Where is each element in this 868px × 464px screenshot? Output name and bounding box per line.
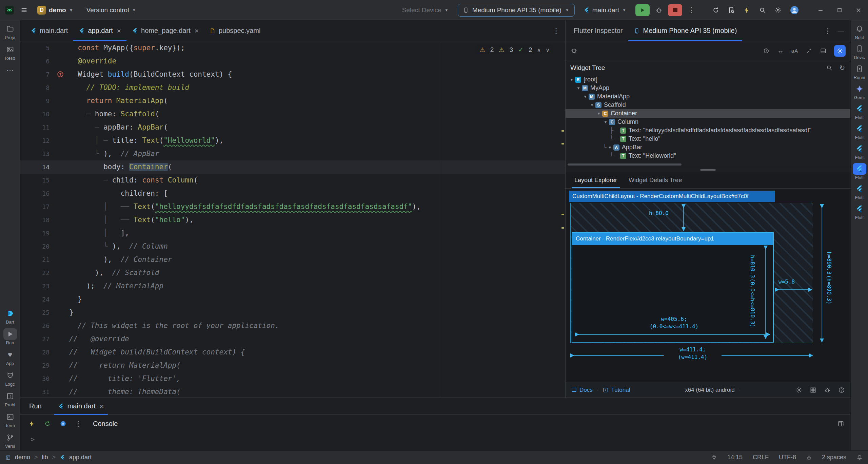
close-icon[interactable] <box>855 7 862 14</box>
tree-node-text[interactable]: ├ TText: "helloyydsfsdfafsdfdfadsfadsfda… <box>566 126 850 135</box>
code-line-22[interactable]: 22 ), // Scaffold <box>20 266 565 279</box>
refresh-timer-icon[interactable] <box>763 47 770 54</box>
breadcrumb-project[interactable]: demo <box>15 454 30 461</box>
tool-window-devic[interactable]: Devic <box>853 43 866 60</box>
tool-window-term[interactable]: Term <box>3 411 17 428</box>
code-line-27[interactable]: 27// @override <box>20 332 565 346</box>
tool-window-flutt[interactable]: Flutt <box>853 123 866 140</box>
tool-window-probl[interactable]: Probl <box>3 390 17 407</box>
panel-splitter[interactable] <box>566 167 850 172</box>
tab-options-icon[interactable]: ⋮ <box>552 27 560 35</box>
close-icon[interactable]: × <box>117 27 121 35</box>
tree-node-myapp[interactable]: ▾MMyApp <box>566 84 850 92</box>
run-tab-main-dart[interactable]: main.dart × <box>54 398 108 414</box>
code-line-28[interactable]: 28// Widget build(BuildContext context) … <box>20 346 565 359</box>
file-encoding[interactable]: UTF-8 <box>779 454 796 461</box>
screenshot-icon[interactable] <box>820 47 827 54</box>
tool-window-runni[interactable]: Runni <box>853 63 866 80</box>
code-line-26[interactable]: 26 // This widget is the root of your ap… <box>20 319 565 332</box>
window-layout-icon[interactable] <box>837 420 844 427</box>
line-ending[interactable]: CRLF <box>753 454 769 461</box>
chevron-down-icon[interactable]: ▾ <box>576 85 581 91</box>
tutorial-link[interactable]: Tutorial <box>603 387 630 393</box>
tool-window-flutt[interactable]: Flutt <box>853 183 866 200</box>
close-icon[interactable]: × <box>100 402 104 410</box>
tree-node-root[interactable]: ▾R[root] <box>566 75 850 84</box>
fit-width-icon[interactable]: ↔ <box>777 47 784 54</box>
code-line-12[interactable]: 12 │ ─ title: Text("Helloworld"), <box>20 134 565 147</box>
lock-icon[interactable] <box>806 455 812 460</box>
chevron-down-icon[interactable]: ▾ <box>596 111 601 116</box>
code-line-24[interactable]: 24 } <box>20 293 565 306</box>
tool-window-reso[interactable]: Reso <box>3 44 17 60</box>
console-label[interactable]: Console <box>93 420 118 428</box>
tool-window-run[interactable]: Run <box>3 328 17 345</box>
code-line-10[interactable]: 10 ─ home: Scaffold( <box>20 108 565 121</box>
more-run-actions-icon[interactable]: ⋮ <box>688 6 695 14</box>
breadcrumb-file[interactable]: app.dart <box>69 454 92 461</box>
code-line-31[interactable]: 31// theme: ThemeData( <box>20 385 565 398</box>
code-line-13[interactable]: 13 └ ), // AppBar <box>20 147 565 160</box>
code-line-7[interactable]: 7 Widget build(BuildContext context) { <box>20 68 565 81</box>
cursor-position[interactable]: 14:15 <box>727 454 743 461</box>
vcs-widget[interactable]: Version control ▾ <box>83 4 140 16</box>
maximize-icon[interactable] <box>836 7 843 14</box>
code-line-16[interactable]: 16 children: [ <box>20 187 565 200</box>
tool-window-versi[interactable]: Versi <box>3 432 17 448</box>
devtools-settings-icon[interactable] <box>834 45 846 57</box>
hide-panel-icon[interactable]: — <box>837 27 844 34</box>
tree-horizontal-scrollbar[interactable] <box>568 163 682 166</box>
tree-node-scaffold[interactable]: ▾SScaffold <box>566 101 850 109</box>
code-line-9[interactable]: 9 return MaterialApp( <box>20 94 565 108</box>
hot-restart-icon[interactable] <box>44 420 51 427</box>
next-issue-icon[interactable]: ∨ <box>546 47 550 53</box>
code-line-8[interactable]: 8 // TODO: implement build <box>20 81 565 94</box>
tool-window-flutt[interactable]: Flutt <box>853 143 866 160</box>
tool-window-logc[interactable]: Logc <box>3 370 17 386</box>
search-everywhere-icon[interactable] <box>759 6 766 14</box>
chevron-down-icon[interactable]: ▾ <box>607 145 613 150</box>
code-line-23[interactable]: 23 ); // MaterialApp <box>20 279 565 293</box>
refresh-icon[interactable]: ↻ <box>839 64 846 71</box>
code-line-19[interactable]: 19 │ ], <box>20 227 565 240</box>
tool-window-gemi[interactable]: Gemi <box>853 83 866 100</box>
editor-tab-main-dart[interactable]: main.dart <box>25 20 73 41</box>
tree-node-text[interactable]: └ TText: "Helloworld" <box>566 152 850 160</box>
main-menu-icon[interactable] <box>20 6 28 14</box>
tool-window-notif[interactable]: Notif <box>853 23 866 40</box>
code-line-30[interactable]: 30// title: 'Flutter', <box>20 372 565 385</box>
select-widget-mode-icon[interactable] <box>570 47 578 55</box>
tool-window-proje[interactable]: Proje <box>3 23 17 40</box>
tool-window-dart[interactable]: Dart <box>3 308 17 324</box>
profiler-lightning-icon[interactable] <box>743 6 751 14</box>
bug-icon[interactable] <box>824 387 831 393</box>
chevron-down-icon[interactable]: ▾ <box>583 94 588 99</box>
layout-outer-title[interactable]: CustomMultiChildLayout - RenderCustomMul… <box>569 191 775 202</box>
code-line-11[interactable]: 11 ─ appBar: AppBar( <box>20 121 565 134</box>
breadcrumb-dir[interactable]: lib <box>42 454 48 461</box>
override-icon[interactable] <box>57 71 64 78</box>
tool-window-flutt[interactable]: Flutt <box>853 103 866 120</box>
code-line-21[interactable]: 21 ), // Container <box>20 253 565 266</box>
layout-inspector-icon[interactable] <box>728 6 735 14</box>
inspector-tab-flutter-inspector[interactable]: Flutter Inspector <box>568 20 628 41</box>
code-line-20[interactable]: 20 └ ), // Column <box>20 240 565 253</box>
search-icon[interactable] <box>826 64 833 71</box>
chevron-down-icon[interactable]: ▾ <box>589 102 595 108</box>
stop-button[interactable] <box>668 4 682 16</box>
code-line-18[interactable]: 18 │ ── Text("hello"), <box>20 213 565 227</box>
tool-window-flutt[interactable]: Flutt <box>853 203 866 220</box>
tab-widget-details-tree[interactable]: Widget Details Tree <box>624 172 687 188</box>
tree-node-appbar[interactable]: └ ▾AAppBar <box>566 143 850 152</box>
code-line-14[interactable]: 14 body: Container( <box>20 160 565 174</box>
devtools-circle-icon[interactable] <box>60 420 66 427</box>
inspections-widget[interactable]: ⚠2⚠3✓2∧∨ <box>475 45 554 55</box>
notifications-bell-icon[interactable] <box>856 455 863 461</box>
panel-options-icon[interactable]: ⋮ <box>824 27 831 34</box>
code-line-17[interactable]: 17 │ ── Text("helloyydsfsdfafsdfdfadsfad… <box>20 200 565 213</box>
editor-tab-home_page-dart[interactable]: home_page.dart× <box>126 20 204 41</box>
settings-gear-icon[interactable] <box>774 6 782 14</box>
settings-gear-icon[interactable] <box>795 387 802 393</box>
minimize-icon[interactable] <box>817 7 824 14</box>
tool-window-app[interactable]: ♥App <box>3 349 17 366</box>
